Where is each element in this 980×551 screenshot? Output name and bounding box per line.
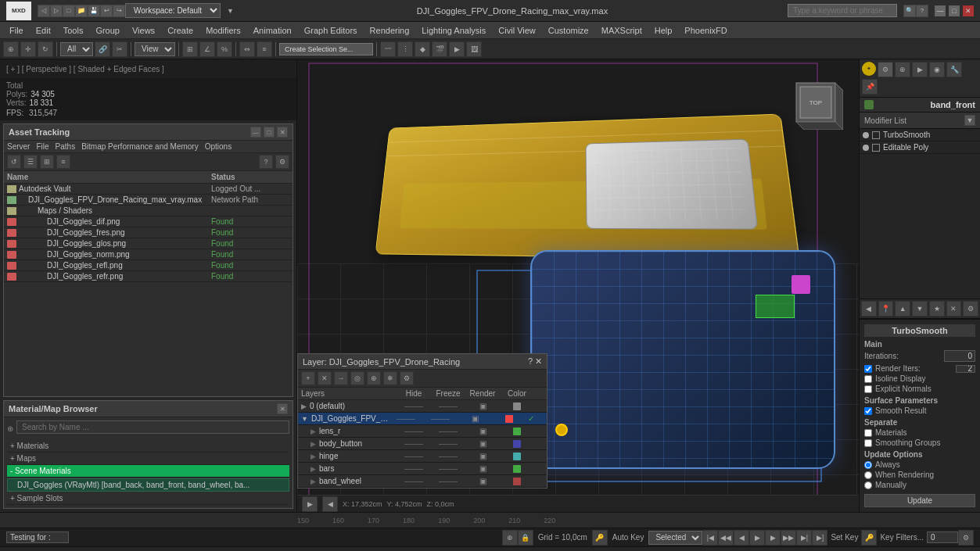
manually-radio[interactable] [864,481,872,489]
list-item[interactable]: DJI_Goggles_norm.png Found [4,249,293,260]
menu-customize[interactable]: Customize [542,24,595,37]
frame-options[interactable]: ⚙ [958,530,974,546]
layer-help[interactable]: ? [528,356,533,367]
menu-maxscript[interactable]: MAXScript [595,24,648,37]
layer-close[interactable]: ✕ [535,356,542,367]
modifier-item-turbosmooth[interactable]: TurboSmooth [860,129,980,141]
tb-percent-snap[interactable]: % [217,41,232,57]
layer-row[interactable]: ▶ lens_r ——— ——— ▣ [298,425,547,438]
layer-delete[interactable]: ✕ [318,371,332,385]
open-file[interactable]: 📁 [75,5,88,17]
list-item[interactable]: Autodesk Vault Logged Out ... [4,184,293,195]
workspace-dropdown[interactable]: Workspace: Default [125,3,221,18]
menu-phoenixfd[interactable]: PhoenixFD [678,24,733,37]
layer-row[interactable]: ▶ body_button ——— ——— ▣ [298,438,547,450]
nav-cube[interactable]: TOP [788,75,843,130]
help-icon[interactable]: ? [916,5,928,17]
tl-prev-key[interactable]: |◀ [702,530,718,546]
tb-unlink[interactable]: ✂ [112,41,127,57]
at-minimize[interactable]: — [250,127,261,138]
mod-nav-pin[interactable]: 📍 [878,301,894,317]
create-tab[interactable]: ✦ [862,62,876,76]
layer-row-render[interactable]: ▣ [465,427,500,435]
layer-row-hide[interactable]: ——— [389,415,423,422]
layer-row-color[interactable] [500,465,534,473]
materials-check[interactable] [864,429,872,437]
menu-file[interactable]: File [3,24,30,37]
layer-row-render[interactable]: ▣ [465,464,500,473]
layer-row-hide[interactable]: ——— [397,428,431,435]
menu-help[interactable]: Help [648,24,679,37]
at-menu-server[interactable]: Server [7,142,30,151]
layer-row-freeze[interactable]: ——— [431,403,465,410]
render-iters-input[interactable] [956,365,975,373]
layer-row-freeze[interactable]: ——— [431,478,465,485]
mat-close-button[interactable]: ✕ [277,403,288,414]
tl-play-fwd[interactable]: ▶▶ [781,530,796,546]
undo[interactable]: ↩ [100,5,113,17]
mod-nav-configure[interactable]: ⚙ [963,301,978,317]
tb-angle-snap[interactable]: ∠ [199,41,215,57]
frame-input[interactable] [927,531,958,543]
track-btn2[interactable]: 🔒 [518,530,533,546]
menu-modifiers[interactable]: Modifiers [199,24,247,37]
mod-nav-move-up[interactable]: ▲ [895,301,910,317]
close-button[interactable]: ✕ [963,5,974,16]
tb-link[interactable]: 🔗 [95,41,110,57]
list-item[interactable]: Maps / Shaders [4,206,293,216]
smoothing-check[interactable] [864,439,872,447]
explicit-check[interactable] [864,385,872,393]
pin-btn[interactable]: 📌 [862,79,878,95]
layer-row-hide[interactable]: ——— [397,465,431,472]
tb-move[interactable]: ✛ [20,41,36,57]
save-file[interactable]: 💾 [88,5,100,17]
menu-animation[interactable]: Animation [247,24,298,37]
layer-settings[interactable]: ⚙ [400,371,414,385]
track-key[interactable]: 🔑 [592,530,608,546]
layer-row-render[interactable]: ▣ [465,452,500,460]
layer-row[interactable]: ▶ band_wheel ——— ——— ▣ [298,475,547,488]
layer-new[interactable]: + [301,371,315,385]
menu-create[interactable]: Create [161,24,199,37]
list-item[interactable]: DJI_Goggles_refr.png Found [4,271,293,282]
search-input[interactable] [788,4,897,17]
hierarchy-tab[interactable]: ⊕ [895,62,910,77]
vp-play[interactable]: ▶ [302,496,318,512]
view-dropdown[interactable]: View [135,42,175,56]
layer-row-color[interactable] [492,415,526,423]
layer-row[interactable]: ▼ DJI_Goggles_FPV_Drone... ——— ——— ▣ ✓ [298,413,547,425]
update-button[interactable]: Update [864,494,975,507]
at-menu-paths[interactable]: Paths [56,142,76,151]
mod-nav-delete[interactable]: ✕ [946,301,962,317]
list-item[interactable]: DJI_Goggles_refl.png Found [4,260,293,271]
at-menu-file[interactable]: File [36,142,48,151]
layer-row-hide[interactable]: ——— [397,440,431,447]
tb-schematic[interactable]: ⋮ [397,41,413,57]
mod-nav-prev[interactable]: ◀ [861,301,877,317]
tl-prev-frame[interactable]: ◀ [734,530,749,546]
tl-play-back[interactable]: ◀◀ [718,530,734,546]
layer-freeze[interactable]: ❄ [383,371,397,385]
tb-snap[interactable]: ⊞ [182,41,198,57]
modifier-item-editable-poly[interactable]: Editable Poly [860,141,980,154]
nav-back[interactable]: ◁ [38,5,50,17]
display-tab[interactable]: ◉ [929,62,945,77]
layer-row-hide[interactable]: ——— [397,403,431,410]
layer-row-render[interactable]: ▣ [465,439,500,448]
layer-row-hide[interactable]: ——— [397,453,431,460]
render-iters-check[interactable] [864,365,872,373]
smooth-check[interactable] [864,407,872,415]
layer-row-color[interactable] [500,428,534,435]
at-maximize[interactable]: □ [264,127,275,138]
when-rendering-radio[interactable] [864,471,872,479]
at-list-view[interactable]: ☰ [23,155,38,169]
menu-views[interactable]: Views [126,24,161,37]
layer-row[interactable]: ▶ 0 (default) ——— ——— ▣ [298,400,547,413]
list-item[interactable]: DJI_Goggles_dif.png Found [4,216,293,227]
list-item[interactable]: DJI_Goggles_fres.png Found [4,227,293,238]
at-menu-bitmap[interactable]: Bitmap Performance and Memory [81,142,199,151]
menu-tools[interactable]: Tools [57,24,90,37]
menu-lighting-analysis[interactable]: Lighting Analysis [415,24,492,37]
menu-rendering[interactable]: Rendering [364,24,416,37]
layer-merge[interactable]: ⊕ [367,371,381,385]
